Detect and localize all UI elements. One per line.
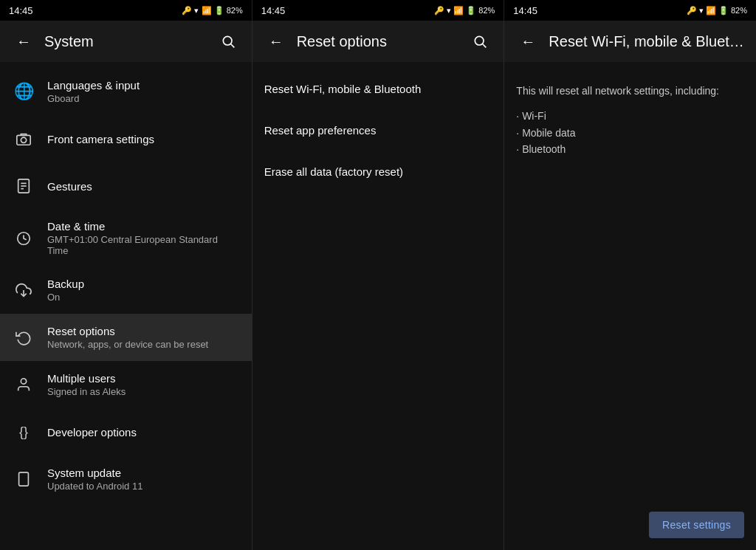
status-icons-2: 🔑 ▾ 📶 🔋 82% — [434, 6, 495, 16]
backup-subtitle: On — [47, 292, 84, 303]
date-time-title: Date & time — [47, 220, 240, 233]
clock-icon — [12, 227, 35, 250]
system-update-icon — [12, 467, 35, 491]
camera-icon — [12, 127, 35, 151]
reset-btn-container: Reset settings — [504, 500, 756, 550]
users-icon — [12, 373, 35, 396]
erase-all-data-label: Erase all data (factory reset) — [264, 165, 403, 178]
svg-point-13 — [475, 36, 484, 45]
system-list: 🌐 Languages & input Gboard Front camera … — [0, 62, 252, 550]
reset-app-preferences-label: Reset app preferences — [264, 124, 377, 137]
bullet-bluetooth: Bluetooth — [516, 141, 744, 157]
svg-line-14 — [483, 44, 487, 48]
date-time-item[interactable]: Date & time GMT+01:00 Central European S… — [0, 210, 252, 267]
date-time-subtitle: GMT+01:00 Central European Standard Time — [47, 234, 240, 256]
reset-options-title: Reset options — [47, 325, 208, 337]
multiple-users-subtitle: Signed in as Aleks — [47, 386, 126, 397]
system-update-item[interactable]: System update Updated to Android 11 — [0, 456, 252, 503]
reset-wifi-content: This will reset all network settings, in… — [504, 62, 756, 500]
languages-input-item[interactable]: 🌐 Languages & input Gboard — [0, 68, 252, 115]
svg-point-10 — [21, 379, 26, 384]
status-icons-1: 🔑 ▾ 📶 🔋 82% — [182, 6, 242, 16]
reset-wifi-header: Reset Wi-Fi, mobile & Blueto... — [504, 21, 756, 62]
system-title: System — [44, 33, 207, 50]
system-update-title: System update — [47, 467, 142, 479]
multiple-users-title: Multiple users — [47, 372, 126, 385]
backup-icon — [12, 278, 35, 302]
backup-item[interactable]: Backup On — [0, 267, 252, 314]
erase-all-data-item[interactable]: Erase all data (factory reset) — [252, 151, 504, 192]
svg-rect-11 — [19, 472, 29, 486]
bullet-wifi: Wi-Fi — [516, 108, 744, 124]
reset-options-search-button[interactable] — [468, 30, 492, 53]
system-panel: System 🌐 Languages & input Gboard — [0, 21, 252, 550]
reset-icon — [12, 326, 35, 349]
panels-container: System 🌐 Languages & input Gboard — [0, 21, 756, 550]
status-panel-2: 14:45 🔑 ▾ 📶 🔋 82% — [252, 0, 505, 21]
front-camera-title: Front camera settings — [47, 133, 154, 145]
reset-wifi-detail-panel: Reset Wi-Fi, mobile & Blueto... This wil… — [504, 21, 756, 550]
developer-options-title: Developer options — [47, 426, 137, 439]
system-search-button[interactable] — [216, 30, 240, 53]
developer-icon: {} — [12, 420, 35, 444]
svg-point-3 — [21, 137, 26, 142]
developer-options-item[interactable]: {} Developer options — [0, 408, 252, 456]
reset-wifi-item[interactable]: Reset Wi-Fi, mobile & Bluetooth — [252, 68, 504, 109]
languages-input-title: Languages & input — [47, 79, 140, 92]
reset-wifi-back-button[interactable] — [516, 30, 540, 53]
system-header: System — [0, 21, 252, 62]
gestures-item[interactable]: Gestures — [0, 162, 252, 210]
reset-wifi-label: Reset Wi-Fi, mobile & Bluetooth — [264, 83, 422, 95]
globe-icon: 🌐 — [12, 80, 35, 103]
status-bar: 14:45 🔑 ▾ 📶 🔋 82% 14:45 🔑 ▾ 📶 🔋 82% 14:4… — [0, 0, 756, 21]
reset-options-item[interactable]: Reset options Network, apps, or device c… — [0, 314, 252, 361]
system-back-button[interactable] — [12, 30, 35, 53]
languages-input-subtitle: Gboard — [47, 93, 140, 104]
time-1: 14:45 — [9, 5, 33, 16]
reset-wifi-bullet-list: Wi-Fi Mobile data Bluetooth — [516, 108, 744, 157]
reset-wifi-description-text: This will reset all network settings, in… — [516, 83, 744, 99]
bullet-mobile-data: Mobile data — [516, 125, 744, 141]
reset-options-back-button[interactable] — [264, 30, 288, 53]
gestures-title: Gestures — [47, 180, 92, 193]
svg-point-0 — [223, 36, 232, 45]
system-update-subtitle: Updated to Android 11 — [47, 481, 142, 492]
reset-app-preferences-item[interactable]: Reset app preferences — [252, 109, 504, 151]
multiple-users-item[interactable]: Multiple users Signed in as Aleks — [0, 361, 252, 408]
status-panel-1: 14:45 🔑 ▾ 📶 🔋 82% — [0, 0, 252, 21]
reset-wifi-title: Reset Wi-Fi, mobile & Blueto... — [549, 33, 744, 50]
reset-settings-button[interactable]: Reset settings — [649, 512, 744, 538]
reset-wifi-description: This will reset all network settings, in… — [504, 68, 756, 173]
reset-options-list: Reset Wi-Fi, mobile & Bluetooth Reset ap… — [252, 62, 504, 550]
time-2: 14:45 — [261, 5, 286, 16]
reset-options-title-heading: Reset options — [297, 33, 460, 50]
backup-title: Backup — [47, 278, 84, 290]
gestures-icon — [12, 174, 35, 198]
time-3: 14:45 — [513, 5, 537, 16]
reset-options-panel: Reset options Reset Wi-Fi, mobile & Blue… — [252, 21, 505, 550]
front-camera-item[interactable]: Front camera settings — [0, 115, 252, 162]
status-panel-3: 14:45 🔑 ▾ 📶 🔋 82% — [504, 0, 756, 21]
svg-line-1 — [230, 44, 234, 48]
reset-options-header: Reset options — [252, 21, 504, 62]
status-icons-3: 🔑 ▾ 📶 🔋 82% — [687, 6, 747, 16]
reset-options-subtitle: Network, apps, or device can be reset — [47, 339, 208, 350]
